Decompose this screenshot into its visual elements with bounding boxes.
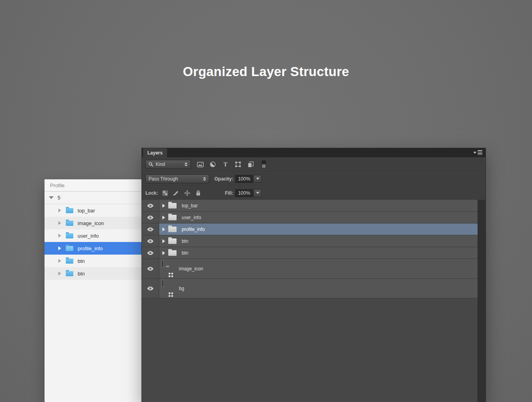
layer-name: profile_info [182, 227, 205, 232]
layer-group-row-btn[interactable]: btn [45, 267, 141, 280]
layer-group-row-btn[interactable]: btn [45, 255, 141, 267]
layer-group-label: btn [78, 258, 85, 264]
filter-row: Kind T [142, 157, 485, 171]
layer-group-row-top_bar[interactable]: top_bar [45, 204, 141, 217]
panel-menu-arrow-icon [473, 152, 476, 154]
expand-arrow-icon[interactable] [162, 251, 165, 255]
layer-name: image_icon [179, 266, 203, 272]
folder-icon [66, 259, 73, 264]
visibility-toggle[interactable] [142, 223, 159, 235]
layer-group-row-profile_info[interactable]: profile_info [45, 242, 141, 255]
eye-icon [147, 215, 154, 220]
layer-row-bg[interactable]: bg [142, 279, 478, 298]
folder-icon [66, 208, 73, 213]
lock-paint-icon[interactable] [172, 190, 180, 197]
visibility-toggle[interactable] [142, 200, 159, 211]
tab-layers[interactable]: Layers [143, 148, 167, 157]
page-header: Profile [45, 179, 141, 192]
eye-icon [147, 239, 154, 244]
group-folder-icon [168, 215, 177, 220]
expand-arrow-icon[interactable] [162, 204, 165, 208]
eye-icon [147, 266, 154, 271]
disclosure-arrow-icon[interactable] [58, 246, 61, 250]
type-layer-filter-icon[interactable]: T [222, 161, 229, 168]
visibility-toggle[interactable] [142, 247, 159, 259]
group-folder-icon [168, 227, 177, 232]
dropdown-spinner-icon [184, 162, 188, 166]
layer-name: top_bar [182, 203, 198, 208]
lock-position-icon[interactable] [183, 190, 191, 197]
blend-mode-dropdown[interactable]: Pass Through [145, 175, 209, 183]
smart-object-filter-icon[interactable] [247, 161, 254, 168]
panel-menu-icon[interactable] [473, 150, 482, 155]
layer-group-label: image_icon [78, 220, 104, 226]
artboard-group-row[interactable]: 5 [45, 192, 141, 204]
eye-icon [147, 286, 154, 291]
search-icon [149, 162, 153, 167]
visibility-toggle[interactable] [142, 235, 159, 247]
shape-layer-filter-icon[interactable] [234, 161, 242, 168]
blend-mode-value: Pass Through [149, 176, 178, 182]
layer-name: user_info [182, 215, 201, 220]
collapse-arrow-icon[interactable] [49, 196, 54, 199]
folder-icon [66, 221, 73, 226]
panel-menu-lines-icon [478, 150, 482, 155]
expand-arrow-icon[interactable] [162, 216, 165, 220]
opacity-label: Opacity: [214, 176, 233, 182]
dropdown-spinner-icon [203, 177, 206, 181]
disclosure-arrow-icon[interactable] [58, 208, 61, 212]
vector-mask-badge-icon [167, 291, 174, 298]
layer-group-label: user_info [78, 233, 99, 239]
expand-arrow-icon[interactable] [162, 227, 165, 231]
layer-group-list: top_bar image_icon user_info profile_inf… [45, 204, 141, 280]
scrollbar-gutter[interactable] [478, 200, 485, 402]
disclosure-arrow-icon[interactable] [58, 272, 61, 275]
layer-row-image_icon[interactable]: image_icon [142, 259, 478, 279]
filter-toggle-switch[interactable] [262, 160, 266, 168]
tab-layers-label: Layers [147, 150, 163, 156]
layer-row-btn[interactable]: btn [142, 247, 478, 259]
panel-tab-bar: Layers [142, 148, 485, 157]
visibility-toggle[interactable] [142, 212, 159, 223]
expand-arrow-icon[interactable] [162, 239, 165, 243]
eye-icon [147, 203, 154, 208]
group-folder-icon [168, 238, 177, 244]
disclosure-arrow-icon[interactable] [58, 221, 61, 225]
pixel-layer-filter-icon[interactable] [197, 161, 204, 168]
layer-thumbnail[interactable] [162, 261, 173, 277]
fill-value-field[interactable]: 100% [235, 189, 253, 197]
lock-buttons [161, 190, 202, 197]
kind-filter-label: Kind [156, 162, 165, 167]
eye-icon [147, 227, 154, 232]
design-layer-list-panel: Profile 5 top_bar image_icon user_info p… [45, 179, 141, 402]
layer-name: btn [182, 250, 188, 256]
disclosure-arrow-icon[interactable] [58, 234, 61, 238]
layers-list: top_bar user_info profile_info [142, 200, 485, 402]
adjustment-layer-filter-icon[interactable] [209, 161, 216, 168]
photoshop-layers-panel: Layers Kind [141, 148, 486, 402]
opacity-value-field[interactable]: 100% [235, 175, 253, 183]
visibility-toggle[interactable] [142, 259, 159, 278]
group-folder-icon [168, 250, 177, 256]
group-folder-icon [168, 203, 177, 208]
layer-group-row-image_icon[interactable]: image_icon [45, 217, 141, 229]
layer-row-btn[interactable]: btn [142, 235, 478, 247]
lock-transparency-icon[interactable] [161, 190, 169, 197]
vector-mask-badge-icon [167, 272, 174, 278]
layer-row-user_info[interactable]: user_info [142, 212, 478, 223]
layer-row-profile_info[interactable]: profile_info [142, 223, 478, 235]
page-title: Organized Layer Structure [0, 64, 532, 79]
lock-all-icon[interactable] [194, 190, 202, 197]
fill-label: Fill: [225, 190, 233, 196]
fill-dropdown-arrow[interactable] [253, 189, 262, 197]
layer-group-row-user_info[interactable]: user_info [45, 229, 141, 242]
blend-row: Pass Through Opacity: 100% [142, 171, 485, 186]
kind-filter-dropdown[interactable]: Kind [145, 160, 191, 169]
folder-icon [66, 246, 73, 251]
visibility-toggle[interactable] [142, 279, 159, 298]
disclosure-arrow-icon[interactable] [58, 259, 61, 263]
folder-icon [66, 233, 73, 238]
opacity-dropdown-arrow[interactable] [253, 175, 262, 183]
layer-thumbnail[interactable] [162, 281, 173, 296]
layer-row-top_bar[interactable]: top_bar [142, 200, 478, 212]
